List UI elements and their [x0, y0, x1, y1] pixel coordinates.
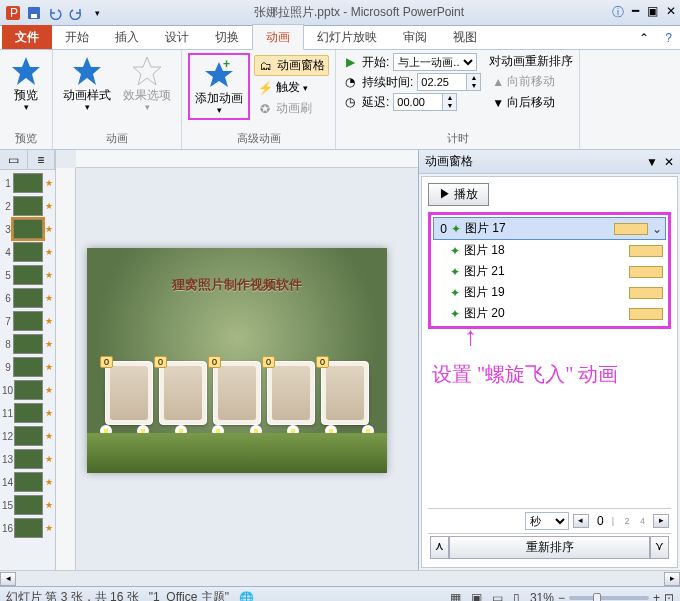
thumbnail-13[interactable]: 13★ [2, 449, 53, 469]
view-slideshow-icon[interactable]: ▯ [513, 591, 520, 602]
arrow-up-icon: ▲ [492, 75, 504, 89]
ribbon-help-icon[interactable]: ? [657, 27, 680, 49]
tab-insert[interactable]: 插入 [102, 25, 152, 49]
slide-editor[interactable]: 狸窝照片制作视频软件 00000 [56, 150, 418, 570]
tab-animations[interactable]: 动画 [252, 24, 304, 50]
thumbnail-9[interactable]: 9★ [2, 357, 53, 377]
spin-up-icon[interactable]: ▲ [443, 94, 456, 102]
brush-icon: ✪ [257, 101, 273, 117]
thumbnail-5[interactable]: 5★ [2, 265, 53, 285]
svg-text:P: P [10, 6, 18, 20]
current-slide[interactable]: 狸窝照片制作视频软件 00000 [87, 248, 387, 473]
thumbnail-1[interactable]: 1★ [2, 173, 53, 193]
slide-photo[interactable]: 0 [321, 361, 369, 425]
chevron-down-icon[interactable]: ⌄ [652, 222, 662, 236]
restore-icon[interactable]: ▣ [647, 4, 658, 21]
zoom-in-icon[interactable]: + [653, 591, 660, 602]
animation-list: 0✦图片 17⌄✦图片 18✦图片 21✦图片 19✦图片 20 [428, 212, 671, 329]
view-sorter-icon[interactable]: ▣ [471, 591, 482, 602]
slide-photo[interactable]: 0 [105, 361, 153, 425]
slide-photo[interactable]: 0 [267, 361, 315, 425]
reorder-up-button[interactable]: ⋏ [430, 536, 449, 559]
move-down-button[interactable]: ▼向后移动 [489, 93, 573, 112]
slide-title-text: 狸窝照片制作视频软件 [87, 276, 387, 294]
thumbnail-3[interactable]: 3★ [2, 219, 53, 239]
ribbon-min-icon[interactable]: ⌃ [631, 27, 657, 49]
tab-view[interactable]: 视图 [440, 25, 490, 49]
redo-icon[interactable] [67, 4, 85, 22]
trigger-button[interactable]: ⚡ 触发▾ [254, 78, 329, 97]
save-icon[interactable] [25, 4, 43, 22]
scrollbar-horizontal[interactable]: ◂ ▸ [0, 570, 680, 586]
slides-tab-icon[interactable]: ▭ [0, 150, 28, 169]
thumbnail-7[interactable]: 7★ [2, 311, 53, 331]
delay-spinner[interactable]: ▲▼ [393, 93, 457, 111]
annotation-arrow-icon: ↑ [428, 329, 671, 343]
timeline-left-icon[interactable]: ◂ [573, 514, 589, 528]
anim-item[interactable]: ✦图片 18 [433, 240, 666, 261]
thumbnail-12[interactable]: 12★ [2, 426, 53, 446]
thumbnail-2[interactable]: 2★ [2, 196, 53, 216]
slide-photo[interactable]: 0 [159, 361, 207, 425]
pane-icon: 🗂 [258, 58, 274, 74]
play-button[interactable]: ▶ 播放 [428, 183, 489, 206]
thumbnail-11[interactable]: 11★ [2, 403, 53, 423]
outline-tab-icon[interactable]: ≡ [28, 150, 56, 169]
window-buttons: ⓘ ━ ▣ ✕ [612, 4, 676, 21]
spin-down-icon[interactable]: ▼ [443, 102, 456, 110]
status-lang-icon[interactable]: 🌐 [239, 591, 254, 602]
view-normal-icon[interactable]: ▦ [450, 591, 461, 602]
anim-item[interactable]: 0✦图片 17⌄ [433, 217, 666, 240]
add-animation-button[interactable]: + 添加动画 ▾ [191, 56, 247, 117]
titlebar: P ▾ 张娜拉照片.pptx - Microsoft PowerPoint ⓘ … [0, 0, 680, 26]
timeline-right-icon[interactable]: ▸ [653, 514, 669, 528]
thumbnail-16[interactable]: 16★ [2, 518, 53, 538]
tab-home[interactable]: 开始 [52, 25, 102, 49]
thumbnail-6[interactable]: 6★ [2, 288, 53, 308]
star-icon [71, 55, 103, 87]
time-unit-combo[interactable]: 秒 [525, 512, 569, 530]
clock-icon: ◔ [342, 74, 358, 90]
pane-close-icon[interactable]: ✕ [664, 155, 674, 169]
move-up-button: ▲向前移动 [489, 72, 573, 91]
tab-review[interactable]: 审阅 [390, 25, 440, 49]
undo-icon[interactable] [46, 4, 64, 22]
pane-dropdown-icon[interactable]: ▼ [646, 155, 658, 169]
thumbnail-14[interactable]: 14★ [2, 472, 53, 492]
tab-design[interactable]: 设计 [152, 25, 202, 49]
start-combo[interactable]: 与上一动画... [393, 53, 477, 71]
thumbnail-8[interactable]: 8★ [2, 334, 53, 354]
star-outline-icon [131, 55, 163, 87]
thumbnail-10[interactable]: 10★ [2, 380, 53, 400]
thumbnail-4[interactable]: 4★ [2, 242, 53, 262]
view-reading-icon[interactable]: ▭ [492, 591, 503, 602]
spiral-icon: ✦ [450, 286, 460, 300]
svg-marker-4 [12, 57, 40, 85]
tab-file[interactable]: 文件 [2, 25, 52, 49]
anim-pane-button[interactable]: 🗂 动画窗格 [254, 55, 329, 76]
duration-spinner[interactable]: ▲▼ [417, 73, 481, 91]
anim-style-button[interactable]: 动画样式 ▾ [59, 53, 115, 114]
zoom-fit-icon[interactable]: ⊡ [664, 591, 674, 602]
zoom-out-icon[interactable]: − [558, 591, 565, 602]
anim-item[interactable]: ✦图片 21 [433, 261, 666, 282]
tab-slideshow[interactable]: 幻灯片放映 [304, 25, 390, 49]
help-icon[interactable]: ⓘ [612, 4, 624, 21]
powerpoint-icon[interactable]: P [4, 4, 22, 22]
spin-up-icon[interactable]: ▲ [467, 74, 480, 82]
reorder-down-button[interactable]: ⋎ [650, 536, 669, 559]
scroll-left-icon[interactable]: ◂ [0, 572, 16, 586]
svg-marker-6 [133, 57, 161, 85]
close-icon[interactable]: ✕ [666, 4, 676, 21]
preview-button[interactable]: 预览 ▾ [6, 53, 46, 114]
zoom-slider[interactable] [569, 596, 649, 600]
qat-dropdown-icon[interactable]: ▾ [88, 4, 106, 22]
minimize-icon[interactable]: ━ [632, 4, 639, 21]
slide-photo[interactable]: 0 [213, 361, 261, 425]
spin-down-icon[interactable]: ▼ [467, 82, 480, 90]
thumbnail-15[interactable]: 15★ [2, 495, 53, 515]
scroll-right-icon[interactable]: ▸ [664, 572, 680, 586]
tab-transitions[interactable]: 切换 [202, 25, 252, 49]
anim-item[interactable]: ✦图片 19 [433, 282, 666, 303]
reorder-label-button[interactable]: 重新排序 [449, 536, 650, 559]
